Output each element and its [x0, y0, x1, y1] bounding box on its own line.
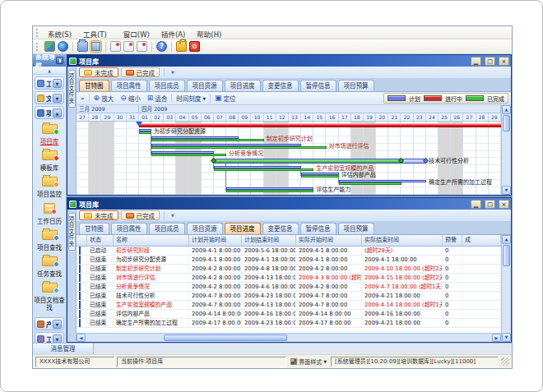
report-icon-2[interactable] — [123, 41, 134, 52]
sidebar-item-6[interactable]: 项目文档查找 — [33, 280, 66, 311]
scroll-down-button[interactable]: ▼ — [502, 186, 511, 195]
sidebar-item-1[interactable]: 模板库 — [33, 148, 66, 172]
app-icon[interactable] — [44, 41, 55, 52]
table-row[interactable]: 已结束对市场进行评估2009-4-2 8:00:002009-4-13 18:0… — [77, 274, 501, 283]
menu-item-3[interactable]: 插件(A) — [155, 30, 191, 39]
tab-3[interactable]: 项目资源 — [187, 80, 223, 91]
tab-7[interactable]: 项目预算 — [338, 80, 374, 91]
column-header-4[interactable]: 计划结束时间 — [242, 235, 296, 246]
filter-tab-1[interactable]: 已完成 — [121, 67, 160, 77]
scroll-up-button[interactable]: ▲ — [502, 105, 511, 114]
gantt-vertical-scrollbar[interactable]: ▲ ▼ — [501, 105, 511, 195]
scroll-left-button[interactable]: ◀ — [77, 334, 86, 342]
done-bar[interactable] — [151, 154, 226, 156]
zoom-in-button[interactable]: ⊕放大 — [91, 93, 117, 104]
help-icon[interactable]: ? — [156, 41, 167, 52]
sidebar-group-1[interactable]: 文档管理▼ — [35, 91, 64, 104]
menu-item-1[interactable]: 工具(T) — [77, 30, 113, 39]
minimize-button[interactable]: ▁ — [471, 200, 481, 209]
sidebar-item-5[interactable]: 任务查找 — [33, 254, 66, 278]
pin-icon[interactable] — [56, 57, 63, 64]
table-row[interactable]: 已结束生产实验室规模的产品2009-4-7 8:00:002009-4-13 1… — [77, 301, 501, 310]
resize-grip[interactable] — [501, 357, 509, 366]
tab-4[interactable]: 项目进度 — [225, 223, 261, 234]
tab-1[interactable]: 项目属性 — [111, 223, 147, 234]
scroll-thumb[interactable] — [164, 334, 287, 341]
more-button[interactable]: » — [78, 93, 87, 104]
chevron-down-icon[interactable]: ▼ — [53, 79, 62, 88]
time-scale-button[interactable]: 时间刻度▼ — [174, 93, 208, 104]
sidebar-group-0[interactable]: 工作管理▼ — [35, 76, 64, 90]
column-header-3[interactable]: 计划开始时间 — [189, 235, 242, 246]
scroll-up-button[interactable]: ▲ — [502, 235, 511, 244]
sidebar-collapse-button[interactable]: ▲ — [33, 67, 66, 75]
column-header-0[interactable] — [77, 235, 87, 246]
done-bar[interactable] — [214, 168, 313, 171]
sidebar-item-3[interactable]: 工作日历 — [33, 201, 66, 225]
column-header-1[interactable]: 状态 — [87, 235, 114, 246]
filter-tab-1[interactable]: 已完成 — [121, 210, 160, 220]
table-row[interactable]: 已结束技术可行性分析2009-4-7 8:00:002009-4-23 18:0… — [77, 292, 501, 301]
tab-2[interactable]: 项目成员 — [149, 80, 185, 91]
sidebar-item-2[interactable]: 项目监控 — [33, 174, 66, 198]
scroll-thumb[interactable] — [503, 115, 510, 131]
locate-button[interactable]: ▣定位 — [212, 93, 239, 104]
tab-0[interactable]: 甘特图 — [79, 223, 109, 234]
filter-overflow-button[interactable]: ▼ — [169, 213, 177, 218]
current-progress-bar[interactable] — [139, 123, 501, 127]
done-bar[interactable] — [151, 146, 326, 149]
tab-7[interactable]: 项目预算 — [338, 223, 374, 234]
exit-icon[interactable] — [189, 41, 200, 52]
done-bar[interactable] — [151, 139, 264, 141]
chevron-down-icon[interactable]: ▼ — [53, 334, 62, 344]
report-icon-3[interactable] — [137, 41, 147, 52]
filter-tab-0[interactable]: 未完成 — [79, 210, 118, 220]
table-row[interactable]: 已结束为初步研究分配资源2009-4-1 8:00:002009-4-1 18:… — [77, 256, 501, 265]
tab-6[interactable]: 暂停信息 — [300, 223, 336, 234]
tab-0[interactable]: 甘特图 — [79, 80, 109, 91]
close-button[interactable]: × — [499, 57, 509, 66]
tab-2[interactable]: 项目成员 — [149, 223, 185, 234]
done-bar[interactable] — [301, 175, 339, 178]
tab-4[interactable]: 项目进度 — [225, 80, 261, 91]
tab-6[interactable]: 暂停信息 — [300, 80, 336, 91]
column-header-8[interactable]: 成 — [462, 235, 501, 246]
close-button[interactable]: × — [499, 200, 509, 209]
table-row[interactable]: 已结束确定生产所需的加工过程2009-4-17 8:00:002009-4-23… — [77, 319, 501, 328]
message-management-tab[interactable]: 消息管理 — [33, 344, 94, 354]
folder-open-icon[interactable] — [90, 41, 101, 52]
filter-tab-0[interactable]: 未完成 — [79, 67, 118, 77]
column-header-2[interactable]: 名称 — [114, 235, 189, 246]
scroll-right-button[interactable]: ▶ — [492, 334, 501, 342]
menu-item-0[interactable]: 系统(S) — [42, 30, 77, 39]
column-header-7[interactable]: 预警 — [443, 235, 462, 246]
report-icon-1[interactable] — [110, 41, 121, 52]
sidebar-group-2[interactable]: 项目管理▲ — [35, 106, 64, 119]
table-row[interactable]: 已结束分析竞争情况2009-4-2 8:00:002009-4-6 18:00:… — [77, 283, 501, 292]
tab-3[interactable]: 项目资源 — [187, 223, 223, 234]
globe-icon[interactable] — [58, 41, 68, 52]
done-bar[interactable] — [226, 190, 313, 192]
project-folder-side-tab[interactable]: 项目文件夹 — [68, 70, 76, 108]
folder-closed-icon[interactable] — [77, 41, 88, 52]
table-vertical-scrollbar[interactable]: ▲ ▼ — [501, 235, 511, 342]
lock-icon[interactable] — [176, 41, 187, 52]
zoom-out-button[interactable]: ⊖缩小 — [118, 93, 143, 104]
menu-item-2[interactable]: 窗口(W) — [118, 30, 155, 39]
table-horizontal-scrollbar[interactable]: ◀ ▶ — [77, 333, 501, 342]
chevron-down-icon[interactable]: ▼ — [53, 94, 62, 103]
sidebar-item-0[interactable]: 项目库 — [33, 122, 66, 145]
sidebar-group-3[interactable]: 产品管理▼ — [35, 317, 64, 330]
table-row[interactable]: 已启动初步研究阶段2009-4-1 8:00:002009-5-6 18:00:… — [77, 247, 501, 256]
project-folder-side-tab[interactable]: 项目文件夹 — [68, 213, 76, 251]
sidebar-group-4[interactable]: 工艺管理▼ — [35, 332, 64, 343]
restore-button[interactable]: □ — [485, 57, 495, 66]
restore-button[interactable]: □ — [485, 200, 495, 209]
scroll-down-button[interactable]: ▼ — [502, 333, 511, 342]
interface-style-button[interactable]: 界面样式 ▼ — [289, 357, 328, 366]
tab-1[interactable]: 项目属性 — [111, 80, 147, 91]
summary-task-bar[interactable] — [214, 159, 426, 164]
chevron-down-icon[interactable]: ▼ — [53, 320, 62, 329]
table-row[interactable]: 已结束制定初步研究计划2009-4-2 8:00:002009-4-8 18:0… — [77, 265, 501, 274]
sidebar-item-4[interactable]: 项目查找 — [33, 228, 66, 251]
